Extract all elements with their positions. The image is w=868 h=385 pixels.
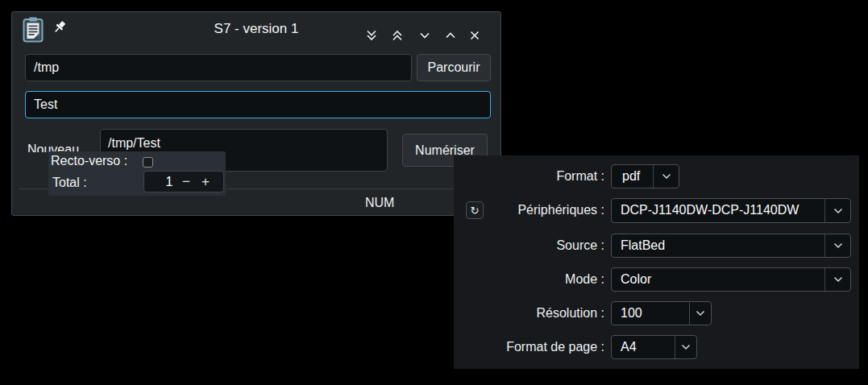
- chevron-down-icon: [654, 165, 679, 188]
- filename-input[interactable]: Test: [25, 91, 491, 118]
- resolution-dropdown[interactable]: 100: [611, 301, 712, 325]
- mode-label: Mode :: [454, 267, 604, 292]
- chevron-down-icon: [690, 302, 711, 325]
- pagesize-value: A4: [612, 336, 675, 358]
- chevron-down-icon: [675, 336, 696, 358]
- format-dropdown[interactable]: pdf: [611, 164, 679, 188]
- resolution-value: 100: [612, 302, 689, 325]
- chevron-down-icon: [825, 268, 850, 291]
- pagesize-dropdown[interactable]: A4: [611, 335, 697, 359]
- duplex-label: Recto-verso :: [51, 154, 127, 168]
- total-value: 1: [162, 175, 177, 189]
- format-label: Format :: [454, 164, 604, 188]
- source-dropdown[interactable]: FlatBed: [611, 234, 851, 258]
- desktop: S7 - version 1 /tmp Parcourir Test: [0, 0, 868, 385]
- titlebar[interactable]: S7 - version 1: [12, 12, 500, 48]
- shade-window-icon[interactable]: [365, 29, 378, 42]
- mode-value: Color: [612, 268, 824, 291]
- chevron-down-icon: [825, 199, 850, 222]
- status-num-indicator: NUM: [365, 196, 394, 210]
- format-value: pdf: [612, 165, 653, 188]
- chevron-down-icon: [825, 234, 850, 257]
- destination-folder-value: /tmp: [26, 55, 411, 81]
- destination-folder-input[interactable]: /tmp: [25, 54, 412, 81]
- maximize-window-icon[interactable]: [444, 29, 457, 42]
- devices-value: DCP-J1140DW-DCP-J1140DW: [612, 199, 824, 222]
- filename-value: Test: [26, 92, 490, 118]
- total-label: Total :: [52, 176, 87, 190]
- source-value: FlatBed: [612, 234, 824, 257]
- minimize-window-icon[interactable]: [418, 29, 431, 42]
- source-label: Source :: [454, 234, 604, 258]
- close-window-icon[interactable]: [468, 29, 481, 42]
- unshade-window-icon[interactable]: [391, 29, 404, 42]
- scan-settings-panel: Format : pdf ↻ Périphériques : DCP-J1140…: [454, 155, 859, 369]
- resolution-label: Résolution :: [454, 301, 604, 325]
- decrement-button[interactable]: −: [177, 172, 196, 192]
- duplex-checkbox[interactable]: [143, 157, 153, 168]
- pagesize-label: Format de page :: [454, 335, 604, 359]
- total-spinbox[interactable]: 1 − +: [143, 171, 224, 192]
- devices-label: Périphériques :: [454, 198, 604, 222]
- scan-options-popup: Recto-verso : Total : 1 − +: [48, 151, 226, 196]
- devices-dropdown[interactable]: DCP-J1140DW-DCP-J1140DW: [611, 198, 851, 223]
- increment-button[interactable]: +: [196, 172, 215, 192]
- browse-button[interactable]: Parcourir: [417, 54, 491, 81]
- browse-button-label: Parcourir: [428, 60, 480, 75]
- mode-dropdown[interactable]: Color: [611, 267, 851, 292]
